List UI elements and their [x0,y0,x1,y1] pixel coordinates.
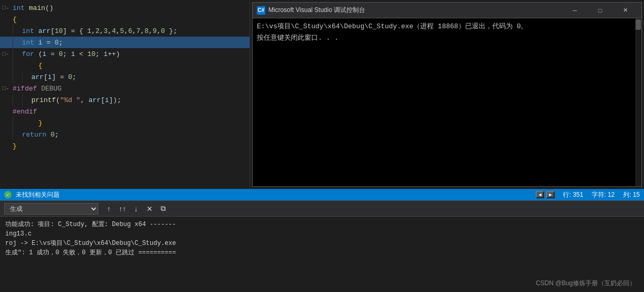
wrap-btn[interactable]: ⧉ [157,203,170,215]
code-line: { [0,60,250,71]
indent-guides: { [12,16,250,24]
status-bar: ✓ 未找到相关问题 ◄ ► 行: 351 字符: 12 列: 15 [0,189,644,200]
code-line: arr[i] = 0; [0,71,250,83]
status-indicator-symbol: ✓ [6,192,9,198]
row-info: 行: 351 [563,190,583,199]
status-indicator: ✓ [4,191,12,198]
fold-indicator[interactable]: □- [0,85,12,92]
indent-line [13,60,22,71]
code-text: for (i = 0; i < 10; i++) [22,50,120,58]
main-area: □-int main(){int arr[10] = { 1,2,3,4,5,6… [0,0,644,189]
console-path-line: E:\vs项目\C_Study\x64\Debug\C_Study.exe（进程… [257,21,631,31]
indent-guides: int arr[10] = { 1,2,3,4,5,6,7,8,9,0 }; [12,25,250,37]
indent-guides: } [12,142,250,150]
code-text: return 0; [22,131,59,139]
code-text: #endif [13,108,37,116]
minimize-button[interactable]: ─ [563,3,587,18]
code-text: printf("%d ", arr[i]); [31,96,121,104]
debug-console: C# Microsoft Visual Studio 调试控制台 ─ □ ✕ E… [252,2,642,187]
code-line: printf("%d ", arr[i]); [0,94,250,106]
code-line: { [0,14,250,25]
close-button[interactable]: ✕ [613,3,637,18]
fold-indicator[interactable]: □- [0,51,12,57]
output-dropdown[interactable]: 生成 [4,203,98,215]
toolbar-buttons: ↑↑↑↓✕⧉ [103,203,170,215]
code-text: { [13,16,17,24]
bottom-toolbar: 生成 ↑↑↑↓✕⧉ [0,201,644,217]
indent-line [22,94,31,106]
debug-console-wrapper: C# Microsoft Visual Studio 调试控制台 ─ □ ✕ E… [250,0,644,189]
indent-guides: return 0; [12,129,250,140]
code-text: arr[i] = 0; [31,73,76,81]
nav-left-button[interactable]: ◄ [536,191,544,198]
code-line: } [0,140,250,152]
output-line: 功能成功: 项目: C_Study, 配置: Debug x64 ------- [5,220,639,229]
console-titlebar: C# Microsoft Visual Studio 调试控制台 ─ □ ✕ [253,3,641,18]
console-body[interactable]: E:\vs项目\C_Study\x64\Debug\C_Study.exe（进程… [253,18,635,186]
status-left: ✓ 未找到相关问题 [4,190,527,199]
scroll-up-btn[interactable]: ↑ [103,203,115,215]
code-text: int i = 0; [22,39,63,47]
window-controls: ─ □ ✕ [563,3,637,18]
console-scrollbar-thumb [636,19,641,30]
code-text: { [22,62,42,70]
code-line: □-#ifdef DEBUG [0,83,250,94]
code-line: #endif [0,106,250,117]
fold-indicator[interactable]: □- [0,5,12,11]
indent-guides: #endif [12,108,250,116]
status-right: 行: 351 字符: 12 列: 15 [563,190,640,199]
code-text: #ifdef DEBUG [13,85,62,93]
col-info: 列: 15 [623,190,640,199]
code-text: } [22,119,42,127]
vs-icon: C# [257,6,265,15]
indent-line [13,37,22,48]
code-text: int main() [13,4,53,12]
restore-button[interactable]: □ [588,3,612,18]
code-line: return 0; [0,129,250,140]
indent-line [13,94,22,106]
console-body-wrapper: E:\vs项目\C_Study\x64\Debug\C_Study.exe（进程… [253,18,641,186]
nav-right-button[interactable]: ► [546,191,555,198]
indent-line [13,48,22,60]
code-content: □-int main(){int arr[10] = { 1,2,3,4,5,6… [0,0,250,154]
code-line: } [0,117,250,129]
code-text: } [13,142,17,150]
indent-guides: for (i = 0; i < 10; i++) [12,48,250,60]
scroll-down-btn[interactable]: ↓ [130,203,142,215]
watermark: CSDN @Bug修炼手册（互奶必回） [536,279,636,288]
clear-btn[interactable]: ✕ [143,203,156,215]
bottom-panel: 生成 ↑↑↑↓✕⧉ 功能成功: 项目: C_Study, 配置: Debug x… [0,200,644,292]
indent-line [13,129,22,140]
nav-controls: ◄ ► [536,191,555,198]
code-line: □-int main() [0,2,250,14]
indent-line [22,71,31,83]
indent-guides: arr[i] = 0; [12,71,250,83]
editor-panel: □-int main(){int arr[10] = { 1,2,3,4,5,6… [0,0,250,189]
code-line: int i = 0; [0,37,250,48]
console-prompt-line: 按任意键关闭此窗口. . . [257,33,631,42]
indent-guides: printf("%d ", arr[i]); [12,94,250,106]
indent-line [13,71,22,83]
indent-guides: int i = 0; [12,37,250,48]
code-line: int arr[10] = { 1,2,3,4,5,6,7,8,9,0 }; [0,25,250,37]
indent-guides: int main() [12,4,250,12]
indent-line [13,117,22,129]
no-issues-text: 未找到相关问题 [16,190,60,199]
output-line: ing13.c [5,229,639,239]
scroll-top-btn[interactable]: ↑↑ [116,203,129,215]
output-line: 生成": 1 成功，0 失败，0 更新，0 已跳过 ========== [5,248,639,257]
indent-guides: } [12,117,250,129]
indent-guides: { [12,60,250,71]
indent-guides: #ifdef DEBUG [12,85,250,93]
code-text: int arr[10] = { 1,2,3,4,5,6,7,8,9,0 }; [22,27,177,35]
code-line: □-for (i = 0; i < 10; i++) [0,48,250,60]
console-title: Microsoft Visual Studio 调试控制台 [268,6,560,15]
output-line: roj -> E:\vs项目\C_Study\x64\Debug\C_Study… [5,239,639,248]
console-scrollbar[interactable] [635,18,641,186]
char-info: 字符: 12 [592,190,615,199]
indent-line [13,25,22,37]
